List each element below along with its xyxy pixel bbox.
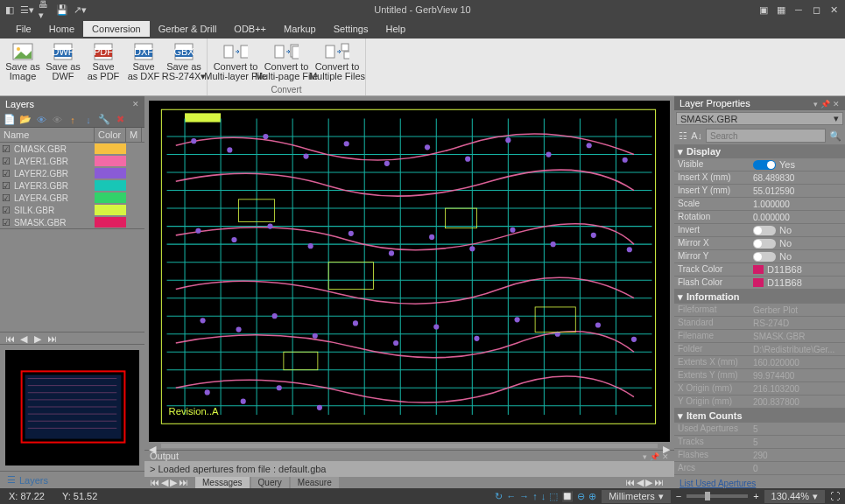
status-up-icon[interactable]: ↑ bbox=[532, 491, 538, 502]
prop-value[interactable]: 216.103200 bbox=[750, 382, 845, 395]
status-down-icon[interactable]: ↓ bbox=[541, 491, 546, 502]
scroll-right-icon[interactable]: ▶ bbox=[663, 444, 670, 455]
save-as-rs274x-button[interactable]: GBX Save as RS-274X▾ bbox=[165, 40, 203, 95]
toggle[interactable] bbox=[753, 239, 776, 248]
layer-add-icon[interactable]: 📄 bbox=[4, 114, 16, 126]
layer-row[interactable]: ☑ SILK.GBR bbox=[0, 204, 144, 216]
col-name[interactable]: Name bbox=[0, 128, 95, 142]
menu-home[interactable]: Home bbox=[40, 21, 83, 37]
qat-icon-1[interactable]: ☰▾ bbox=[21, 4, 33, 16]
out-nav2-first-icon[interactable]: ⏮ bbox=[625, 477, 635, 488]
menu-gerber-drill[interactable]: Gerber & Drill bbox=[150, 21, 226, 37]
menu-markup[interactable]: Markup bbox=[275, 21, 325, 37]
layer-row[interactable]: ☑ LAYER3.GBR bbox=[0, 179, 144, 192]
sort-icon[interactable]: A↓ bbox=[691, 130, 702, 142]
layer-visible-icon[interactable]: 👁 bbox=[35, 114, 47, 126]
layer-row[interactable]: ☑ LAYER4.GBR bbox=[0, 192, 144, 204]
prop-value[interactable]: 160.020000 bbox=[750, 356, 845, 368]
out-nav2-last-icon[interactable]: ⏭ bbox=[654, 477, 664, 488]
layer-color-swatch[interactable] bbox=[95, 156, 126, 166]
menu-help[interactable]: Help bbox=[377, 21, 414, 37]
layer-delete-icon[interactable]: ✖ bbox=[114, 114, 126, 126]
prop-value[interactable]: SMASK.GBR bbox=[750, 330, 845, 342]
units-dropdown[interactable]: Millimeters ▾ bbox=[602, 490, 671, 503]
toggle[interactable] bbox=[753, 252, 776, 262]
prop-section-header[interactable]: ▾Information bbox=[674, 290, 845, 304]
convert-multilayer-button[interactable]: Convert to Multi-layer File bbox=[211, 40, 260, 85]
prop-value[interactable]: 5 bbox=[750, 423, 845, 435]
menu-conversion[interactable]: Conversion bbox=[83, 21, 150, 37]
layer-checkbox[interactable]: ☑ bbox=[0, 180, 12, 192]
layer-checkbox[interactable]: ☑ bbox=[0, 144, 12, 155]
props-dropdown-icon[interactable]: ▾ bbox=[813, 100, 818, 108]
prop-value[interactable]: 200.837800 bbox=[750, 396, 845, 408]
save-as-dxf-button[interactable]: DXF Save as DXF bbox=[124, 40, 163, 95]
layer-color-swatch[interactable] bbox=[95, 192, 126, 203]
scroll-track[interactable] bbox=[161, 444, 658, 448]
layer-down-icon[interactable]: ↓ bbox=[82, 114, 95, 126]
overview-minimap[interactable] bbox=[0, 344, 144, 471]
tab-query[interactable]: Query bbox=[251, 477, 289, 488]
prop-value[interactable]: 290 bbox=[750, 449, 845, 461]
layer-checkbox[interactable]: ☑ bbox=[0, 156, 12, 167]
layer-up-icon[interactable]: ↑ bbox=[67, 114, 79, 126]
status-left-icon[interactable]: ← bbox=[506, 491, 516, 502]
out-nav2-prev-icon[interactable]: ◀ bbox=[637, 477, 644, 488]
props-close-icon[interactable]: ✕ bbox=[833, 100, 840, 108]
zoom-minus-icon[interactable]: − bbox=[676, 491, 681, 501]
close-button[interactable]: ✕ bbox=[826, 3, 841, 17]
search-icon[interactable]: 🔍 bbox=[829, 130, 841, 142]
pin-icon[interactable]: ✕ bbox=[132, 100, 139, 108]
categorize-icon[interactable]: ☷ bbox=[678, 130, 687, 142]
col-color[interactable]: Color bbox=[95, 128, 126, 142]
maximize-button[interactable]: ◻ bbox=[808, 3, 824, 17]
layer-color-swatch[interactable] bbox=[95, 144, 126, 154]
layer-color-swatch[interactable] bbox=[95, 168, 126, 178]
layer-color-swatch[interactable] bbox=[95, 205, 126, 215]
status-refresh-icon[interactable]: ↻ bbox=[495, 491, 503, 502]
prop-section-header[interactable]: ▾Item Counts bbox=[674, 409, 845, 423]
props-layer-select[interactable]: SMASK.GBR ▾ bbox=[676, 112, 843, 125]
status-zoomin-icon[interactable]: ⊕ bbox=[588, 491, 596, 502]
menu-odb[interactable]: ODB++ bbox=[225, 21, 275, 37]
qat-print-icon[interactable]: 🖶▾ bbox=[39, 4, 51, 16]
prop-value[interactable]: 0.000000 bbox=[750, 211, 845, 223]
color-swatch[interactable] bbox=[753, 265, 764, 274]
tab-messages[interactable]: Messages bbox=[195, 477, 250, 488]
out-nav-last-icon[interactable]: ⏭ bbox=[179, 477, 188, 488]
status-zoomwin-icon[interactable]: 🔲 bbox=[561, 491, 574, 502]
zoom-dropdown[interactable]: 130.44% ▾ bbox=[764, 490, 825, 503]
prop-value[interactable]: RS-274D bbox=[750, 317, 845, 329]
layer-checkbox[interactable]: ☑ bbox=[0, 192, 12, 204]
prop-value[interactable]: 68.489830 bbox=[750, 172, 845, 184]
prop-value[interactable]: 99.974400 bbox=[750, 369, 845, 382]
prop-value[interactable]: 0 bbox=[750, 462, 845, 474]
color-swatch[interactable] bbox=[753, 278, 764, 287]
prop-value[interactable]: 1.000000 bbox=[750, 198, 845, 210]
prop-value[interactable]: 55.012590 bbox=[750, 185, 845, 197]
layer-color-swatch[interactable] bbox=[95, 180, 126, 191]
layer-open-icon[interactable]: 📂 bbox=[19, 114, 32, 126]
ribbon-collapse-icon[interactable]: ▣ bbox=[756, 3, 771, 17]
out-nav-first-icon[interactable]: ⏮ bbox=[150, 477, 159, 488]
save-as-pdf-button[interactable]: PDF Save as PDF bbox=[84, 40, 123, 95]
prop-value[interactable]: Gerber Plot bbox=[750, 304, 845, 316]
nav-next-icon[interactable]: ▶ bbox=[32, 332, 44, 345]
fullscreen-icon[interactable]: ⛶ bbox=[830, 491, 840, 501]
canvas-hscroll[interactable]: ◀ ▶ bbox=[149, 444, 670, 448]
convert-multiplefiles-button[interactable]: Convert to Multiple Files bbox=[313, 40, 362, 85]
layer-color-swatch[interactable] bbox=[95, 217, 126, 228]
layer-hide-icon[interactable]: 👁 bbox=[51, 114, 63, 126]
output-dropdown-icon[interactable]: ▾ bbox=[643, 452, 647, 461]
pcb-canvas[interactable]: Revision..A bbox=[149, 101, 670, 442]
save-as-image-button[interactable]: Save as Image bbox=[4, 40, 42, 95]
props-search-input[interactable] bbox=[706, 129, 826, 143]
qat-save-icon[interactable]: 💾 bbox=[56, 4, 68, 16]
prop-section-header[interactable]: ▾Display bbox=[674, 144, 845, 158]
layer-row[interactable]: ☑ LAYER1.GBR bbox=[0, 155, 144, 167]
menu-settings[interactable]: Settings bbox=[325, 21, 377, 37]
menu-file[interactable]: File bbox=[7, 21, 40, 37]
zoom-plus-icon[interactable]: + bbox=[753, 491, 758, 501]
layer-wrench-icon[interactable]: 🔧 bbox=[98, 114, 110, 126]
layer-checkbox[interactable]: ☑ bbox=[0, 205, 12, 216]
